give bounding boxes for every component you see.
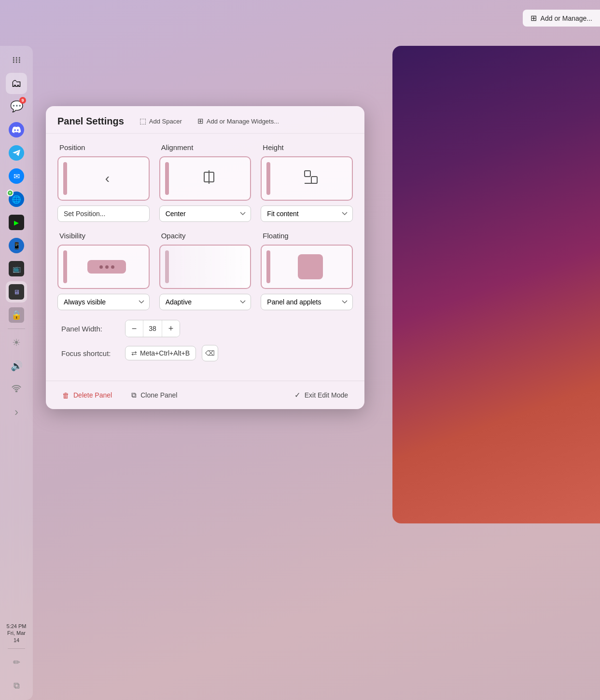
exit-edit-mode-button[interactable]: ✓ Exit Edit Mode xyxy=(290,388,353,402)
sidebar: ⁝⁝⁝ 🗂 💬 9 ✉ 🌐 + ▶ 📱 xyxy=(0,46,33,700)
sidebar-item-wifi[interactable] xyxy=(6,378,27,399)
position-arrow-icon: ‹ xyxy=(105,171,110,186)
add-manage-widgets-button[interactable]: ⊞ Add or Manage Widgets... xyxy=(194,115,283,127)
visibility-preview xyxy=(57,245,150,289)
panel-settings-title: Panel Settings xyxy=(57,116,124,127)
alignment-select[interactable]: Left Center Right xyxy=(159,206,251,222)
visibility-select[interactable]: Always visible Auto hide Dodge windows xyxy=(57,294,150,310)
sidebar-item-settings[interactable]: ⧉ xyxy=(6,675,27,696)
sidebar-item-lock[interactable]: 🔒 xyxy=(6,304,27,326)
position-label: Position xyxy=(57,143,85,151)
panel-width-increase-button[interactable]: + xyxy=(162,320,180,337)
focus-shortcut-label: Focus shortcut: xyxy=(61,349,119,357)
panel-width-label: Panel Width: xyxy=(61,325,119,333)
height-icon xyxy=(303,169,319,188)
delete-panel-button[interactable]: 🗑 Delete Panel xyxy=(57,388,117,402)
lock-icon: 🔒 xyxy=(9,307,24,323)
sidebar-item-edit[interactable]: ✏ xyxy=(6,652,27,673)
set-position-label: Set Position... xyxy=(64,210,105,218)
telegram-icon xyxy=(9,145,24,161)
opacity-bar-indicator xyxy=(165,250,169,283)
sidebar-clock: 5:24 PM Fri, Mar 14 xyxy=(7,623,27,645)
grid-icon: ⊞ xyxy=(530,14,537,23)
height-section: Height Fit content Custom xyxy=(261,143,353,222)
sidebar-item-more[interactable]: › xyxy=(6,401,27,423)
shortcut-clear-button[interactable]: ⌫ xyxy=(202,345,218,361)
sidebar-divider xyxy=(8,329,25,329)
sidebar-item-discord[interactable] xyxy=(6,119,27,140)
exit-edit-label: Exit Edit Mode xyxy=(305,391,348,399)
sidebar-item-gpodder[interactable]: 📺 xyxy=(6,258,27,279)
sidebar-item-thunderbird[interactable]: ✉ xyxy=(6,165,27,187)
panel-settings-footer: 🗑 Delete Panel ⧉ Clone Panel ✓ Exit Edit… xyxy=(46,381,364,409)
floating-bar-indicator xyxy=(266,250,270,283)
svg-rect-4 xyxy=(311,177,317,183)
sidebar-item-kde[interactable]: 📱 xyxy=(6,235,27,256)
sidebar-date-value: Fri, Mar xyxy=(7,630,27,636)
position-preview: ‹ xyxy=(57,156,150,201)
opacity-label: Opacity xyxy=(159,232,186,240)
height-select[interactable]: Fit content Custom xyxy=(261,206,353,222)
sidebar-item-messages[interactable]: 💬 9 xyxy=(6,96,27,117)
sidebar-item-telegram[interactable] xyxy=(6,142,27,164)
sidebar-divider-2 xyxy=(8,648,25,649)
sidebar-item-volume[interactable]: 🔊 xyxy=(6,355,27,376)
alignment-preview xyxy=(159,156,251,201)
alignment-bar-indicator xyxy=(165,162,169,195)
opacity-select[interactable]: Adaptive Opaque Translucent xyxy=(159,294,251,310)
sidebar-item-menu[interactable]: ⁝⁝⁝ xyxy=(6,50,27,71)
panel-width-decrease-button[interactable]: − xyxy=(126,320,143,337)
wifi-icon xyxy=(11,384,22,395)
floating-label: Floating xyxy=(261,232,288,240)
floating-box-icon xyxy=(298,254,323,279)
add-manage-widgets-label: Add or Manage Widgets... xyxy=(207,118,279,125)
edit-icon: ✏ xyxy=(13,657,20,668)
gpodder-icon: 📺 xyxy=(9,261,24,276)
add-spacer-button[interactable]: ⬚ Add Spacer xyxy=(136,115,186,127)
sidebar-item-brightness[interactable]: ☀ xyxy=(6,332,27,353)
add-spacer-label: Add Spacer xyxy=(149,118,182,125)
files-icon: 🗂 xyxy=(11,77,22,90)
kde-icon: 📱 xyxy=(9,238,24,253)
sidebar-item-terminal[interactable]: ▶ xyxy=(6,212,27,233)
shortcut-display-button[interactable]: ⇄ Meta+Ctrl+Alt+B xyxy=(125,346,196,360)
thunderbird-icon: ✉ xyxy=(9,168,24,184)
discord-icon xyxy=(9,122,24,137)
trash-icon: 🗑 xyxy=(62,391,70,399)
sidebar-item-browser[interactable]: 🌐 + xyxy=(6,189,27,210)
sidebar-item-screencast[interactable]: 🖥 xyxy=(6,281,27,302)
opacity-preview xyxy=(159,245,251,289)
visibility-taskbar-icon xyxy=(87,260,126,274)
floating-section: Floating Panel and applets No floating A… xyxy=(261,232,353,310)
check-icon: ✓ xyxy=(294,391,301,399)
brightness-icon: ☀ xyxy=(12,337,21,348)
sidebar-item-files[interactable]: 🗂 xyxy=(6,73,27,94)
panel-width-value: 38 xyxy=(143,320,162,337)
panel-width-row: Panel Width: − 38 + xyxy=(57,320,353,337)
set-position-button[interactable]: Set Position... xyxy=(57,206,150,222)
svg-point-0 xyxy=(16,390,17,392)
position-bar-indicator xyxy=(63,162,67,195)
panel-width-stepper: − 38 + xyxy=(125,320,180,337)
messages-badge: 9 xyxy=(19,97,26,104)
clone-panel-button[interactable]: ⧉ Clone Panel xyxy=(126,388,182,402)
panel-settings-body: Position ‹ Set Position... Alignment xyxy=(46,134,364,381)
widgets-grid-icon: ⊞ xyxy=(197,117,204,125)
floating-select[interactable]: Panel and applets No floating Always flo… xyxy=(261,294,353,310)
floating-preview xyxy=(261,245,353,289)
panel-settings-dialog: Panel Settings ⬚ Add Spacer ⊞ Add or Man… xyxy=(46,106,364,409)
arrow-right-icon: › xyxy=(14,405,18,419)
add-manage-top-button[interactable]: ⊞ Add or Manage... xyxy=(523,10,600,27)
visibility-section: Visibility Always visible Auto hide Dodg… xyxy=(57,232,150,310)
volume-icon: 🔊 xyxy=(11,360,23,371)
right-panel-decoration xyxy=(392,46,600,523)
sliders-icon: ⧉ xyxy=(14,681,20,691)
spacer-icon: ⬚ xyxy=(140,117,146,125)
vis-dot-3 xyxy=(111,265,114,269)
settings-bottom-grid: Visibility Always visible Auto hide Dodg… xyxy=(57,232,353,310)
alignment-section: Alignment Left Center Right xyxy=(159,143,251,222)
vis-dot-1 xyxy=(99,265,103,269)
focus-shortcut-row: Focus shortcut: ⇄ Meta+Ctrl+Alt+B ⌫ xyxy=(57,345,353,361)
alignment-label: Alignment xyxy=(159,143,194,151)
panel-settings-header: Panel Settings ⬚ Add Spacer ⊞ Add or Man… xyxy=(46,106,364,134)
